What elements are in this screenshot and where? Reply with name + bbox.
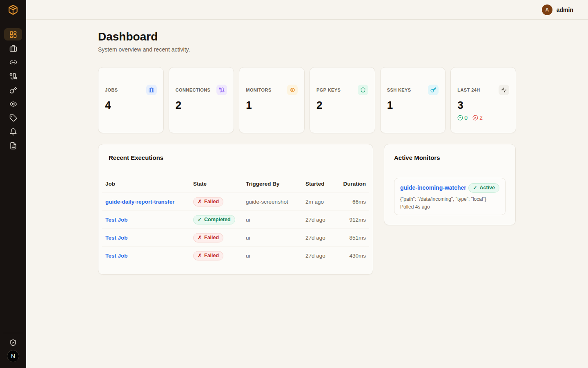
stat-card-jobs[interactable]: JOBS 4 xyxy=(98,67,164,133)
stat-card-ssh-keys[interactable]: SSH KEYS 1 xyxy=(380,67,446,133)
column-header-job: Job xyxy=(102,177,190,193)
stat-value: 2 xyxy=(316,99,368,112)
job-link[interactable]: Test Job xyxy=(105,253,128,259)
file-text-icon xyxy=(9,142,17,150)
table-row: guide-daily-report-transfer Failed guide… xyxy=(102,193,369,211)
bottom-row: Recent Executions Job State Triggered By… xyxy=(98,144,516,275)
check-icon xyxy=(198,217,202,222)
sidebar-user-avatar[interactable]: N xyxy=(7,350,19,362)
sidebar-avatar-initial: N xyxy=(11,353,15,359)
stat-card-connections[interactable]: CONNECTIONS 2 xyxy=(169,67,234,133)
status-badge-failed: Failed xyxy=(193,251,223,260)
sidebar-footer: N xyxy=(3,333,23,362)
stat-label: SSH KEYS xyxy=(387,88,411,92)
sidebar-item-tags[interactable] xyxy=(4,112,22,124)
package-icon xyxy=(8,4,18,15)
started-cell: 2m ago xyxy=(302,193,340,211)
failed-value: 2 xyxy=(479,114,483,121)
executions-table: Job State Triggered By Started Duration … xyxy=(102,177,369,265)
active-monitors-title: Active Monitors xyxy=(394,154,506,161)
succeeded-value: 0 xyxy=(464,114,468,121)
stat-value: 1 xyxy=(387,99,439,112)
started-cell: 27d ago xyxy=(302,211,340,229)
activity-icon xyxy=(499,85,509,95)
cable-icon xyxy=(9,72,17,80)
job-link[interactable]: Test Job xyxy=(105,235,128,241)
app-logo[interactable] xyxy=(0,0,26,20)
stats-row: JOBS 4 CONNECTIONS xyxy=(98,67,516,133)
x-icon xyxy=(198,199,202,204)
monitor-polled: Polled 4s ago xyxy=(400,204,499,210)
briefcase-icon xyxy=(9,45,17,52)
recent-executions-card: Recent Executions Job State Triggered By… xyxy=(98,144,373,275)
failed-count: 2 xyxy=(472,114,483,121)
key-icon xyxy=(9,86,17,94)
main-area: A admin Dashboard System overview and re… xyxy=(26,0,588,368)
monitor-status-badge: Active xyxy=(468,183,499,193)
sidebar: N xyxy=(0,0,26,368)
username[interactable]: admin xyxy=(557,7,573,13)
column-header-started: Started xyxy=(302,177,340,193)
layout-dashboard-icon xyxy=(9,31,17,38)
sidebar-item-monitors[interactable] xyxy=(4,98,22,110)
sidebar-item-keys[interactable] xyxy=(4,84,22,96)
stat-card-last-24h[interactable]: LAST 24H 3 0 xyxy=(450,67,516,133)
stat-label: CONNECTIONS xyxy=(176,88,211,92)
table-row: Test Job Failed ui 27d ago 851ms xyxy=(102,229,369,247)
bell-icon xyxy=(9,128,17,136)
sidebar-item-jobs[interactable] xyxy=(4,42,22,54)
stat-value: 1 xyxy=(246,99,298,112)
duration-cell: 66ms xyxy=(340,193,370,211)
table-row: Test Job Completed ui 27d ago 912ms xyxy=(102,211,369,229)
triggered-by-cell: ui xyxy=(243,229,302,247)
page-content: Dashboard System overview and recent act… xyxy=(98,20,516,275)
status-badge-completed: Completed xyxy=(193,215,235,224)
topbar: A admin xyxy=(26,0,588,20)
user-avatar-initial: A xyxy=(545,7,549,13)
stat-value: 2 xyxy=(176,99,227,112)
eye-icon xyxy=(9,100,17,108)
sidebar-item-cables[interactable] xyxy=(4,70,22,82)
link-icon xyxy=(9,58,17,66)
monitor-item: guide-incoming-watcher Active {"path": "… xyxy=(394,178,506,215)
shield-icon xyxy=(358,85,368,95)
user-avatar[interactable]: A xyxy=(542,4,552,15)
column-header-state: State xyxy=(190,177,243,193)
job-link[interactable]: guide-daily-report-transfer xyxy=(105,199,175,205)
page-subtitle: System overview and recent activity. xyxy=(98,46,516,53)
stat-card-pgp-keys[interactable]: PGP KEYS 2 xyxy=(310,67,375,133)
stat-card-monitors[interactable]: MONITORS 1 xyxy=(239,67,305,133)
last-24h-breakdown: 0 2 xyxy=(457,114,509,121)
stat-label: LAST 24H xyxy=(457,88,480,92)
column-header-triggered-by: Triggered By xyxy=(243,177,302,193)
stat-label: JOBS xyxy=(105,88,118,92)
status-badge-failed: Failed xyxy=(193,233,223,242)
table-row: Test Job Failed ui 27d ago 430ms xyxy=(102,247,369,265)
shield-check-icon[interactable] xyxy=(9,339,17,346)
circle-check-icon xyxy=(457,115,463,121)
stat-label: PGP KEYS xyxy=(316,88,341,92)
triggered-by-cell: guide-screenshot xyxy=(243,193,302,211)
status-badge-failed: Failed xyxy=(193,197,223,206)
sidebar-item-notifications[interactable] xyxy=(4,126,22,138)
job-link[interactable]: Test Job xyxy=(105,217,128,223)
stat-label: MONITORS xyxy=(246,88,271,92)
table-header-row: Job State Triggered By Started Duration xyxy=(102,177,369,193)
page-title: Dashboard xyxy=(98,31,516,43)
cable-icon xyxy=(216,85,227,95)
duration-cell: 851ms xyxy=(340,229,370,247)
key-icon xyxy=(428,85,439,95)
monitor-config: {"path": "/data/incoming", "type": "loca… xyxy=(400,196,499,202)
active-monitors-card: Active Monitors guide-incoming-watcher A… xyxy=(384,144,516,225)
duration-cell: 912ms xyxy=(340,211,370,229)
triggered-by-cell: ui xyxy=(243,211,302,229)
monitor-link[interactable]: guide-incoming-watcher xyxy=(400,184,466,191)
eye-icon xyxy=(287,85,298,95)
column-header-duration: Duration xyxy=(340,177,370,193)
sidebar-item-logs[interactable] xyxy=(4,139,22,152)
sidebar-item-dashboard[interactable] xyxy=(4,28,22,40)
sidebar-item-connections[interactable] xyxy=(4,56,22,68)
succeeded-count: 0 xyxy=(457,114,468,121)
x-icon xyxy=(198,253,202,258)
x-icon xyxy=(198,235,202,240)
